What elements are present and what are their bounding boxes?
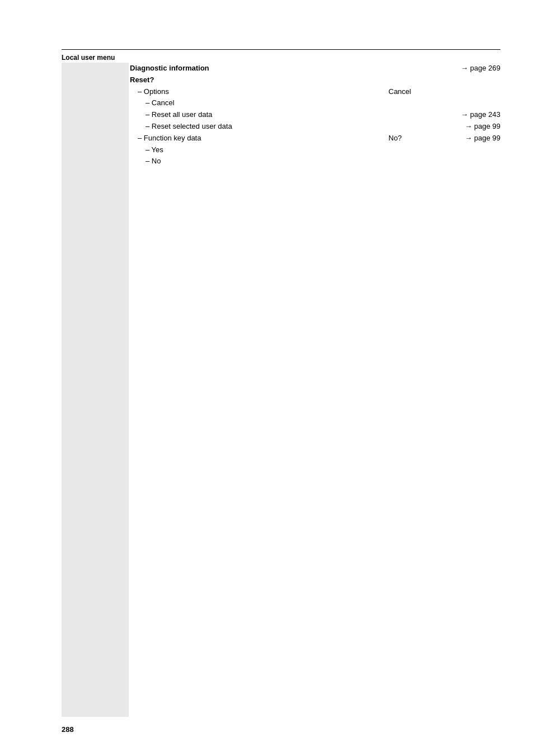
menu-label-reset-all-user-data: – Reset all user data xyxy=(130,109,388,121)
menu-ref-reset-selected-user-data: → page 99 xyxy=(433,121,500,133)
menu-ref-reset-all-user-data: → page 243 xyxy=(433,109,500,121)
menu-row-reset: Reset? xyxy=(130,74,500,86)
menu-label-options: – Options xyxy=(130,86,388,98)
menu-default-function-key-data: No? xyxy=(388,133,433,144)
sidebar-gray xyxy=(62,63,129,717)
menu-row-yes: – Yes xyxy=(130,144,500,156)
section-header: Local user menu xyxy=(62,49,500,62)
menu-row-reset-selected-user-data: – Reset selected user data→ page 99 xyxy=(130,121,500,133)
menu-row-options: – OptionsCancel xyxy=(130,86,500,98)
menu-label-yes: – Yes xyxy=(130,144,388,156)
menu-row-diagnostic-info: Diagnostic information→ page 269 xyxy=(130,63,500,74)
menu-ref-function-key-data: → page 99 xyxy=(433,133,500,144)
menu-row-function-key-data: – Function key dataNo?→ page 99 xyxy=(130,133,500,144)
menu-rows-container: Diagnostic information→ page 269Reset?– … xyxy=(130,63,500,167)
menu-label-reset-selected-user-data: – Reset selected user data xyxy=(130,121,388,133)
menu-label-reset: Reset? xyxy=(130,74,388,86)
menu-label-no: – No xyxy=(130,156,388,167)
section-title: Local user menu xyxy=(62,54,115,62)
menu-row-reset-all-user-data: – Reset all user data→ page 243 xyxy=(130,109,500,121)
content-area: Diagnostic information→ page 269Reset?– … xyxy=(130,63,500,167)
menu-label-function-key-data: – Function key data xyxy=(130,133,388,144)
menu-row-cancel: – Cancel xyxy=(130,97,500,109)
menu-label-cancel: – Cancel xyxy=(130,97,388,109)
menu-label-diagnostic-info: Diagnostic information xyxy=(130,63,388,74)
page-number: 288 xyxy=(62,725,74,734)
menu-default-options: Cancel xyxy=(388,86,433,98)
page-container: Local user menu Diagnostic information→ … xyxy=(0,0,534,756)
menu-row-no: – No xyxy=(130,156,500,167)
menu-ref-diagnostic-info: → page 269 xyxy=(433,63,500,74)
